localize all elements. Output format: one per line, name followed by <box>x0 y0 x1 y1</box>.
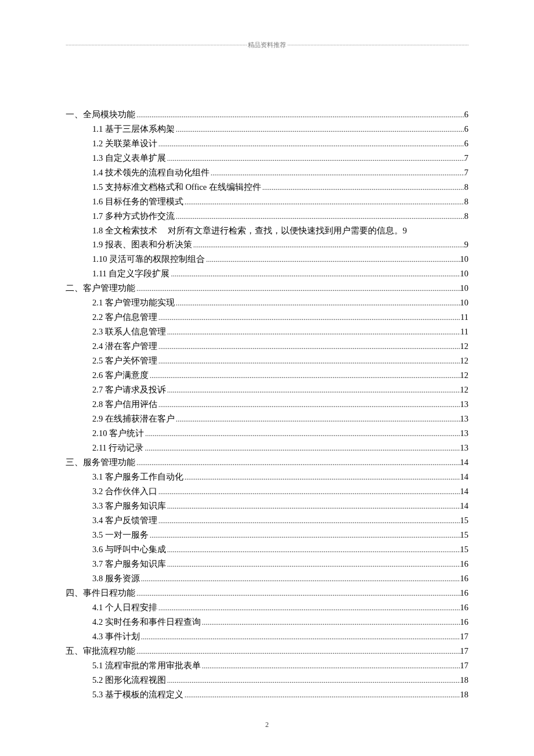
toc-page: 12 <box>460 368 469 382</box>
toc-entry: 1.3 自定义表单扩展7 <box>66 151 468 165</box>
toc-title: 2.6 客户满意度 <box>92 368 149 382</box>
toc-entry: 5.1 流程审批的常用审批表单17 <box>66 658 468 673</box>
toc-entry: 五、审批流程功能17 <box>66 644 468 658</box>
toc-entry: 3.3 客户服务知识库14 <box>66 499 468 513</box>
toc-leader <box>140 630 460 644</box>
toc-leader <box>175 210 464 224</box>
toc-page: 11 <box>460 310 468 324</box>
toc-leader <box>166 152 464 165</box>
toc-title: 1.4 技术领先的流程自动化组件 <box>92 165 210 179</box>
toc-prefix: 三、 <box>66 455 83 469</box>
toc-leader <box>166 543 460 557</box>
toc-leader <box>166 674 460 687</box>
toc-page: 16 <box>460 571 469 585</box>
toc-title: 事件日程功能 <box>83 586 135 600</box>
toc-entry: 2.6 客户满意度12 <box>66 368 468 383</box>
toc-leader <box>140 572 460 586</box>
toc-page: 14 <box>460 484 469 498</box>
toc-page: 18 <box>460 687 469 701</box>
toc-title: 客户管理功能 <box>83 281 135 295</box>
toc-entry: 2.7 客户请求及投诉12 <box>66 383 468 397</box>
toc-leader <box>143 441 460 455</box>
toc-title: 2.3 联系人信息管理 <box>92 325 166 339</box>
toc-page: 9 <box>464 237 468 251</box>
toc-page: 9 <box>403 224 407 237</box>
toc-page: 6 <box>464 136 468 150</box>
toc-inline-note: 对所有文章进行检索，查找，以便快速找到用户需要的信息。 <box>157 224 403 237</box>
toc-entry: 3.2 合作伙伴入口14 <box>66 484 468 499</box>
toc-container: 一、全局模块功能61.1 基于三层体系构架61.2 关联菜单设计61.3 自定义… <box>66 107 468 702</box>
toc-title: 1.1 基于三层体系构架 <box>92 122 175 136</box>
toc-entry: 2.4 潜在客户管理12 <box>66 339 468 354</box>
toc-title: 2.4 潜在客户管理 <box>92 339 157 353</box>
toc-page: 14 <box>460 470 469 484</box>
toc-title: 1.6 目标任务的管理模式 <box>92 195 183 208</box>
toc-leader <box>166 499 460 513</box>
toc-leader <box>135 108 464 122</box>
toc-entry: 1.7 多种方式协作交流8 <box>66 209 468 224</box>
toc-title: 5.1 流程审批的常用审批表单 <box>92 658 201 672</box>
toc-leader <box>144 427 460 441</box>
toc-entry: 三、服务管理功能14 <box>66 455 468 470</box>
toc-entry: 2.9 在线捕获潜在客户13 <box>66 412 468 426</box>
toc-page: 16 <box>460 600 469 614</box>
toc-title: 服务管理功能 <box>83 455 135 469</box>
toc-page: 11 <box>460 325 468 339</box>
toc-title: 3.6 与呼叫中心集成 <box>92 542 166 556</box>
toc-entry: 1.5 支持标准文档格式和 Office 在线编辑控件8 <box>66 180 468 195</box>
toc-entry: 1.10 灵活可靠的权限控制组合10 <box>66 252 468 267</box>
toc-leader <box>135 586 460 600</box>
toc-title: 1.2 关联菜单设计 <box>92 136 157 150</box>
toc-leader <box>157 137 464 151</box>
toc-entry: 4.2 实时任务和事件日程查询16 <box>66 615 468 629</box>
toc-title: 3.3 客户服务知识库 <box>92 499 166 513</box>
toc-leader <box>157 398 460 412</box>
toc-entry: 3.7 客户服务知识库16 <box>66 557 468 571</box>
header-dots-right: ········································… <box>287 42 468 48</box>
toc-leader <box>135 456 460 470</box>
header-dots-left: ········································… <box>66 42 247 48</box>
toc-page: 8 <box>464 180 468 194</box>
toc-page: 15 <box>460 513 469 527</box>
toc-entry: 3.8 服务资源16 <box>66 571 468 586</box>
toc-leader <box>157 514 460 528</box>
toc-title: 全局模块功能 <box>83 107 135 121</box>
toc-leader <box>205 253 460 267</box>
toc-page: 7 <box>464 165 468 179</box>
toc-page: 14 <box>460 499 469 513</box>
toc-title: 1.9 报表、图表和分析决策 <box>92 237 192 251</box>
toc-page: 14 <box>460 455 469 469</box>
toc-page: 6 <box>464 107 468 121</box>
toc-page: 12 <box>460 354 469 368</box>
toc-page: 18 <box>460 673 469 687</box>
toc-leader <box>166 325 460 339</box>
toc-leader <box>201 615 460 629</box>
toc-page: 10 <box>460 281 469 295</box>
toc-leader <box>157 354 460 368</box>
toc-entry: 二、客户管理功能10 <box>66 281 468 296</box>
toc-title: 5.3 基于模板的流程定义 <box>92 687 183 701</box>
toc-title: 2.1 客户管理功能实现 <box>92 296 175 309</box>
toc-title: 1.3 自定义表单扩展 <box>92 151 166 165</box>
toc-page: 17 <box>460 629 469 643</box>
toc-leader <box>166 383 460 397</box>
toc-prefix: 一、 <box>66 107 83 121</box>
toc-title: 2.2 客户信息管理 <box>92 310 157 324</box>
toc-leader <box>149 528 460 542</box>
toc-title: 1.8 全文检索技术 <box>92 224 157 237</box>
toc-leader <box>175 123 464 136</box>
toc-title: 4.2 实时任务和事件日程查询 <box>92 615 201 629</box>
toc-page: 16 <box>460 557 469 571</box>
toc-leader <box>157 311 460 325</box>
toc-title: 3.4 客户反馈管理 <box>92 513 157 527</box>
toc-title: 1.11 自定义字段扩展 <box>92 267 169 280</box>
toc-entry: 2.8 客户信用评估13 <box>66 397 468 412</box>
toc-entry: 2.5 客户关怀管理12 <box>66 354 468 368</box>
toc-entry: 4.1 个人日程安排16 <box>66 600 468 615</box>
toc-title: 1.7 多种方式协作交流 <box>92 209 175 223</box>
toc-leader <box>157 485 460 499</box>
toc-leader <box>166 557 460 571</box>
toc-leader <box>149 369 460 383</box>
page-header: ········································… <box>66 41 468 49</box>
toc-entry: 1.6 目标任务的管理模式8 <box>66 195 468 209</box>
